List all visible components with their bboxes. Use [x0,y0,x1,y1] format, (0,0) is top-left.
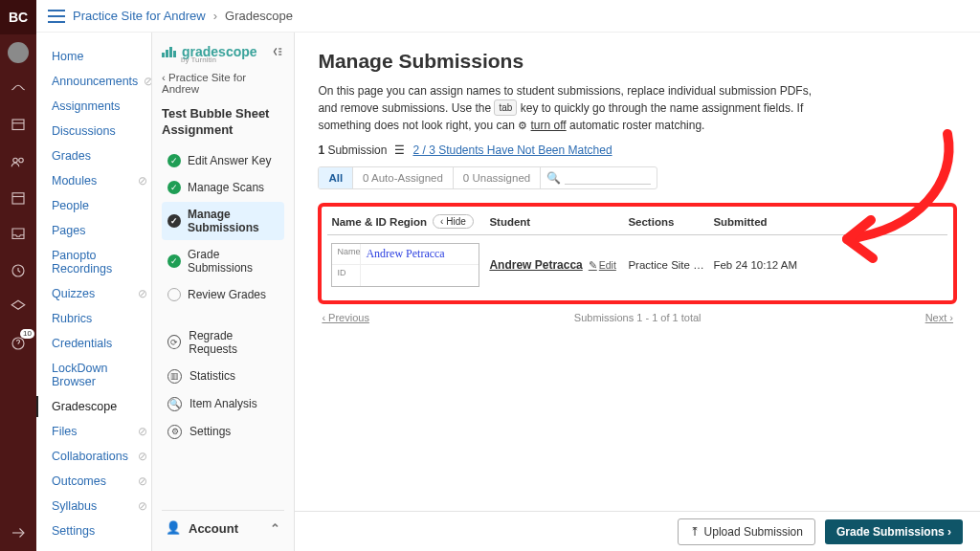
course-nav-toggle-icon[interactable] [48,10,65,23]
coursenav-label: Pages [52,224,85,237]
coursenav-item[interactable]: Credentials [46,331,151,356]
coursenav-item[interactable]: Discussions [46,119,151,143]
breadcrumb-course-link[interactable]: Practice Site for Andrew [73,9,206,23]
gradescope-subbrand: by Turnitin [181,55,284,64]
coursenav-label: People [52,199,89,212]
step-manage-scans[interactable]: Manage Scans [162,175,284,200]
tool-statistics[interactable]: ▥Statistics [162,364,284,388]
unmatched-students-link[interactable]: 2 / 3 Students Have Not Been Matched [412,143,612,157]
grade-submissions-button[interactable]: Grade Submissions › [825,519,963,544]
filter-unassigned[interactable]: 0 Unassigned [454,167,541,188]
svg-rect-0 [12,120,24,130]
svg-point-3 [19,158,24,163]
step-review-grades[interactable]: Review Grades [162,282,284,307]
search-input[interactable] [565,172,651,185]
hidden-icon: ⊘ [138,425,147,438]
turn-off-link[interactable]: turn off [531,119,567,132]
name-id-region: NameAndrew Petracca ID [331,243,479,287]
check-icon [167,214,181,228]
coursenav-label: Settings [52,524,95,538]
coursenav-item[interactable]: Grades [46,143,151,168]
assignment-title: Test Bubble Sheet Assignment [162,106,284,139]
filter-auto-assigned[interactable]: 0 Auto-Assigned [353,167,454,188]
coursenav-item[interactable]: Rubrics [46,306,151,331]
student-link[interactable]: Andrew Petracca [489,258,582,272]
breadcrumb-separator: › [213,9,217,23]
edit-student-link[interactable]: ✎Edit [589,259,616,271]
tool-regrade-requests[interactable]: ⟳Regrade Requests [162,324,284,361]
id-label: ID [332,265,361,286]
gradescope-logo-icon [162,47,176,57]
coursenav-label: Panopto Recordings [52,249,147,276]
check-icon [167,181,181,194]
coursenav-label: Outcomes [52,474,106,488]
main-content: Manage Submissions On this page you can … [295,33,980,551]
svg-rect-4 [12,193,24,204]
step-grade-submissions[interactable]: Grade Submissions [162,242,284,280]
page-title: Manage Submissions [318,50,957,73]
pencil-icon: ✎ [589,259,597,271]
check-icon [167,154,181,167]
coursenav-label: Modules [52,174,97,187]
coursenav-item[interactable]: Syllabus⊘ [46,494,151,518]
coursenav-item[interactable]: Pages [46,218,151,243]
tool-settings[interactable]: ⚙Settings [162,420,284,444]
next-page-link[interactable]: Next › [925,312,953,323]
institution-logo[interactable]: BC [0,0,36,34]
course-nav: HomeAnnouncements⊘AssignmentsDiscussions… [36,33,151,551]
coursenav-item[interactable]: Settings [46,518,151,543]
gradescope-back-link[interactable]: ‹ Practice Site for Andrew [162,72,284,95]
coursenav-item[interactable]: People [46,193,151,218]
tool-item-analysis[interactable]: 🔍Item Analysis [162,392,284,416]
svg-point-2 [13,158,18,163]
filter-search: 🔍 [541,168,657,187]
col-sections: Sections [628,216,713,228]
prev-page-link[interactable]: ‹ Previous [322,312,369,323]
coursenav-label: Quizzes [52,287,95,300]
dashboard-icon[interactable] [8,78,29,99]
coursenav-item[interactable]: Home [46,44,151,69]
coursenav-item[interactable]: Quizzes⊘ [46,281,151,306]
coursenav-item[interactable]: Panopto Recordings [46,243,151,281]
coursenav-item[interactable]: Gradescope [46,394,151,419]
commons-icon[interactable] [8,297,29,318]
collapse-nav-icon[interactable] [8,522,29,543]
chevron-up-icon: ⌃ [270,521,280,536]
tab-key-icon: tab [494,99,517,116]
filter-all[interactable]: All [319,167,353,188]
breadcrumb: Practice Site for Andrew › Gradescope [36,0,980,33]
upload-icon: ⤒ [690,525,700,539]
calendar-icon[interactable] [8,187,29,209]
coursenav-label: LockDown Browser [52,362,147,388]
coursenav-label: Discussions [52,124,116,138]
help-icon[interactable]: 10 [8,333,29,354]
hide-region-button[interactable]: ‹ Hide [433,214,474,229]
circle-icon [167,288,181,301]
upload-submission-button[interactable]: ⤒Upload Submission [678,518,815,545]
coursenav-item[interactable]: Outcomes⊘ [46,469,151,494]
list-icon: ☰ [394,143,405,157]
account-avatar-icon[interactable] [8,42,29,63]
step-edit-answer-key[interactable]: Edit Answer Key [162,148,284,173]
account-toggle[interactable]: 👤 Account ⌃ [162,510,284,540]
hidden-icon: ⊘ [138,450,147,463]
coursenav-label: Home [52,50,83,63]
coursenav-item[interactable]: Collaborations⊘ [46,444,151,469]
gear-icon: ⚙ [167,425,182,439]
annotation-arrow-icon [804,124,967,277]
courses-icon[interactable] [8,115,29,136]
coursenav-item[interactable]: LockDown Browser [46,356,151,394]
search-icon: 🔍 [546,171,561,185]
coursenav-item[interactable]: Announcements⊘ [46,69,151,94]
history-icon[interactable] [8,260,29,281]
coursenav-item[interactable]: Files⊘ [46,419,151,444]
step-manage-submissions[interactable]: Manage Submissions [162,202,284,240]
groups-icon[interactable] [8,151,29,172]
coursenav-label: Gradescope [52,400,117,413]
coursenav-item[interactable]: Assignments [46,94,151,119]
stats-icon: ▥ [167,369,182,384]
coursenav-label: Grades [52,149,91,163]
inbox-icon[interactable] [8,224,29,245]
coursenav-item[interactable]: Modules⊘ [46,168,151,193]
col-name-id: Name & ID Region [331,216,427,228]
